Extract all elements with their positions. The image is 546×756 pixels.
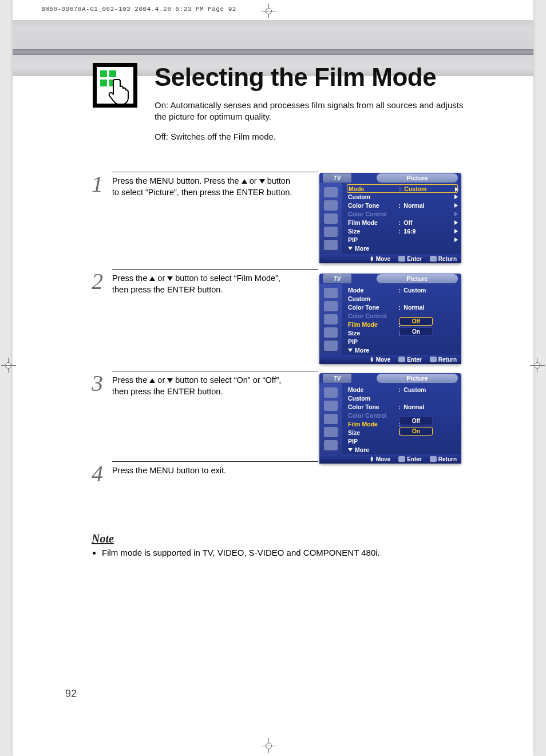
- right-arrow-icon: [454, 229, 458, 233]
- osd-row-colortone: Color Tone: Normal: [348, 303, 457, 311]
- osd-label: More: [355, 446, 369, 453]
- sidebar-icon: [324, 414, 338, 424]
- osd-row-mode: Mode: Custom: [348, 286, 457, 294]
- osd-label: Mode: [348, 386, 398, 393]
- osd-row-more: More: [348, 346, 457, 354]
- right-arrow-icon: [454, 212, 458, 216]
- option-on: On: [399, 327, 433, 336]
- intro-p1: On: Automatically senses and processes f…: [155, 100, 475, 123]
- osd-tv-label: TV: [323, 374, 351, 383]
- sidebar-icon: [324, 288, 338, 298]
- enter-icon: [398, 456, 405, 462]
- step-number: 4: [92, 462, 103, 485]
- step-number: 2: [92, 270, 103, 293]
- osd-row-more: More: [348, 244, 457, 252]
- osd-row-colorcontrol: Color Control: [348, 209, 457, 218]
- osd-row-custom: Custom: [348, 294, 457, 303]
- intro-text: On: Automatically senses and processes f…: [155, 100, 475, 151]
- up-arrow-icon: [242, 179, 247, 184]
- right-arrow-icon: [454, 203, 458, 208]
- sidebar-icon: [324, 341, 338, 351]
- osd-row-custom: Custom: [348, 192, 457, 201]
- down-arrow-icon: [348, 247, 353, 250]
- sidebar-icon: [324, 387, 338, 398]
- osd-label: Film Mode: [348, 219, 398, 226]
- osd-value: Off: [403, 219, 412, 226]
- crop-mark-icon: [260, 738, 278, 755]
- down-arrow-icon: [167, 378, 173, 383]
- step1-text-a: Press the MENU button. Press the: [112, 176, 242, 185]
- osd-label: Mode: [348, 287, 398, 294]
- foot-enter: Enter: [407, 256, 422, 262]
- right-arrow-icon: [454, 220, 458, 225]
- osd-row-mode: Mode: Custom: [348, 385, 457, 394]
- osd-label: PIP: [348, 438, 398, 445]
- osd-label: Color Control: [348, 412, 398, 419]
- sidebar-icon: [324, 200, 338, 211]
- sidebar-icon: [324, 301, 338, 311]
- osd-footer: ▲▼Move Enter Return: [319, 254, 461, 263]
- page-title: Selecting the Film Mode: [155, 63, 436, 92]
- osd-value: Custom: [403, 287, 426, 294]
- osd-screenshot-1: TV Picture Mode : Custom Custom Color To…: [319, 173, 461, 263]
- right-arrow-icon: [455, 187, 458, 192]
- sidebar-icon: [324, 427, 338, 437]
- osd-label: Custom: [348, 395, 398, 402]
- up-arrow-icon: [149, 276, 155, 281]
- foot-move: Move: [376, 357, 391, 363]
- up-arrow-icon: [149, 378, 155, 383]
- sidebar-icon: [324, 240, 338, 250]
- note-heading: Note: [92, 532, 464, 545]
- osd-row-pip: PIP: [348, 337, 457, 346]
- page-number: 92: [65, 688, 77, 700]
- step-number: 3: [92, 372, 103, 395]
- osd-label: Color Tone: [348, 202, 398, 209]
- foot-move: Move: [376, 256, 391, 262]
- step-number: 1: [92, 173, 103, 196]
- crop-mark-icon: [0, 358, 17, 375]
- intro-p2: Off: Switches off the Film mode.: [155, 131, 475, 143]
- osd-label: Color Tone: [348, 304, 398, 311]
- osd-label: Film Mode: [348, 421, 398, 428]
- step2-text-b: or: [157, 274, 167, 283]
- sidebar-icon: [324, 440, 338, 450]
- osd-value: Custom: [403, 386, 426, 393]
- osd-footer: ▲▼Move Enter Return: [319, 454, 461, 464]
- step3-text-a: Press the: [112, 375, 149, 385]
- osd-row-size: Size: 16:9: [348, 227, 457, 235]
- crop-mark-icon: [260, 3, 278, 21]
- osd-screenshot-2: TV Picture Mode: Custom Custom Color Ton…: [319, 274, 461, 364]
- option-off: Off: [399, 417, 433, 425]
- osd-label: Color Tone: [348, 403, 398, 410]
- down-arrow-icon: [348, 448, 353, 452]
- sidebar-icon: [324, 327, 338, 338]
- sidebar-icon: [324, 314, 338, 324]
- osd-row-pip: PIP: [348, 235, 457, 244]
- down-arrow-icon: [348, 349, 353, 352]
- osd-label: More: [355, 347, 369, 354]
- foot-return: Return: [438, 357, 457, 363]
- osd-row-more: More: [348, 445, 457, 454]
- foot-enter: Enter: [407, 456, 422, 462]
- pointer-hand-icon: [107, 77, 132, 104]
- osd-footer: ▲▼Move Enter Return: [319, 355, 461, 364]
- osd-label: PIP: [348, 236, 398, 243]
- foot-return: Return: [438, 256, 457, 262]
- sidebar-icon: [324, 401, 338, 411]
- osd-label: Size: [348, 429, 398, 436]
- osd-value: Normal: [403, 403, 424, 410]
- osd-label: Size: [348, 330, 398, 337]
- osd-menu-title: Picture: [377, 274, 458, 283]
- osd-row-colortone: Color Tone: Normal: [348, 201, 457, 209]
- osd-label: More: [355, 245, 369, 252]
- enter-icon: [398, 357, 405, 362]
- return-icon: [430, 357, 437, 362]
- osd-label: PIP: [348, 338, 398, 345]
- enter-icon: [398, 256, 405, 262]
- sidebar-icon: [324, 187, 338, 197]
- osd-label: Custom: [348, 193, 398, 200]
- osd-row-colortone: Color Tone: Normal: [348, 402, 457, 411]
- osd-label: Film Mode: [348, 321, 398, 328]
- osd-value: Normal: [403, 202, 424, 209]
- sidebar-icon: [324, 213, 338, 224]
